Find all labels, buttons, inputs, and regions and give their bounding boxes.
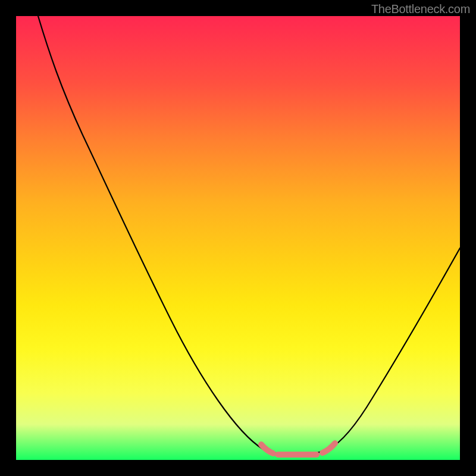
chart-plot-area	[16, 16, 460, 460]
main-curve	[38, 16, 460, 455]
chart-svg	[16, 16, 460, 460]
highlight-left	[261, 444, 273, 453]
highlight-right	[322, 443, 335, 453]
watermark-text: TheBottleneck.com	[371, 2, 470, 16]
